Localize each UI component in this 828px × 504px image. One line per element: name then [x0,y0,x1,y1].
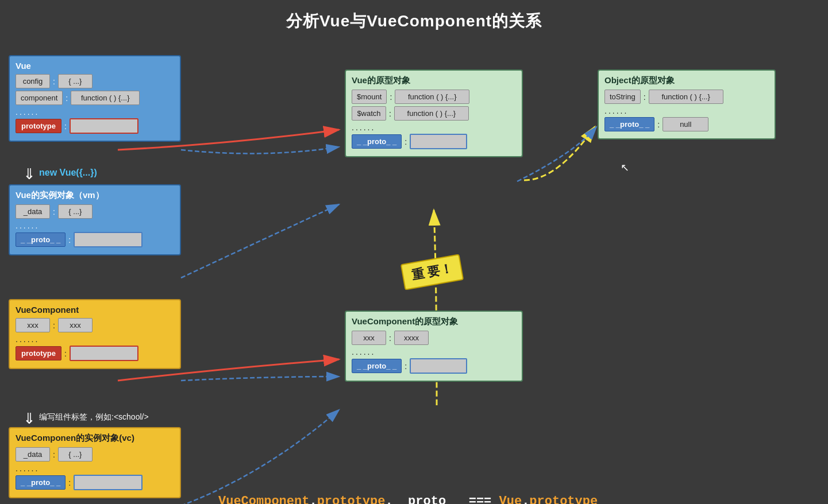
watch-value: function ( ) {...} [394,106,469,121]
vue-prototype-value [70,118,138,134]
formula-part1: VueComponent [218,494,309,504]
vue-prototype-label: prototype [16,119,61,133]
vuecomponent-instance-box: VueComponen的实例对象(vc) _data : { ...} ....… [9,427,181,498]
vue-config-label: config [16,74,50,88]
vue-box: Vue config : { ...} component : function… [9,55,181,142]
watch-label: $watch [352,106,386,121]
vue-dots: ...... [16,107,174,117]
vue-instance-data-value: { ...} [58,204,93,219]
new-vue-label: new Vue({...}) [39,168,97,178]
vuecomponent-proto-box: VueComponent的原型对象 xxx : xxxx ...... _ _p… [345,311,523,382]
cursor: ↖ [621,161,629,174]
vcp-xxx-label: xxx [352,331,386,345]
formula-space: === [461,494,499,504]
vue-instance-data-label: _data [16,204,50,219]
vue-proto-proto-label: _ _proto_ _ [352,134,402,149]
vcp-proto-label: _ _proto_ _ [352,359,402,373]
vuecomponent-box: VueComponent xxx : xxx ...... prototype … [9,299,181,369]
vci-data-label: _data [16,447,50,462]
vcp-dots: ...... [352,347,516,356]
mount-label: $mount [352,90,387,104]
vci-proto-value [74,475,143,490]
vue-proto-box: Vue的原型对象 $mount : function ( ) {...} $wa… [345,69,523,157]
object-proto-title: Object的原型对象 [604,75,769,86]
vue-instance-proto-label: _ _proto_ _ [16,232,66,247]
vcp-xxxx-value: xxxx [394,331,429,345]
vue-box-title: Vue [16,61,174,71]
vue-instance-proto-value [74,232,143,247]
tostring-label: toString [604,90,641,104]
vc-dots: ...... [16,335,174,344]
vc-prototype-label: prototype [16,346,61,360]
mount-value: function ( ) {...} [395,90,469,104]
object-proto-proto-label: _ _proto_ _ [604,117,654,131]
formula-dot3: . [522,494,529,504]
vc-prototype-value [70,346,138,361]
formula-part5: prototype [529,494,598,504]
down-arrow-vc: ⇓ [23,410,36,428]
vue-proto-dots: ...... [352,123,516,132]
vue-component-value: function ( ) {...} [71,91,140,105]
tostring-value: function ( ) {...} [649,90,723,104]
formula-dot2: . [385,494,392,504]
page-title: 分析Vue与VueComponent的关系 [0,0,828,38]
vci-title: VueComponen的实例对象(vc) [16,433,174,444]
vcp-title: VueComponent的原型对象 [352,316,516,327]
vuecomponent-title: VueComponent [16,305,174,315]
vcp-proto-value [410,358,467,374]
vci-data-value: { ...} [58,447,93,462]
vci-dots: ...... [16,464,174,473]
object-proto-null-value: null [663,117,708,131]
vue-instance-title: Vue的实例对象（vm） [16,190,174,201]
formula: VueComponent.prototype.__proto__ === Vue… [218,494,598,504]
important-badge: 重 要！ [400,254,464,290]
object-proto-box: Object的原型对象 toString : function ( ) {...… [598,69,776,139]
write-component-label: 编写组件标签，例如:<school/> [39,412,149,422]
vci-proto-label: _ _proto_ _ [16,475,66,490]
down-arrow-vue: ⇓ [23,165,36,183]
object-proto-dots: ...... [604,106,769,115]
vc-xxx-value: xxx [58,318,93,332]
vue-instance-box: Vue的实例对象（vm） _data : { ...} ...... _ _pr… [9,184,181,255]
vc-xxx-label: xxx [16,318,50,332]
formula-dot1: . [309,494,317,504]
vue-proto-title: Vue的原型对象 [352,75,516,86]
formula-part3: __proto__ [393,494,461,504]
formula-part2: prototype [317,494,386,504]
vue-proto-proto-value [410,134,467,149]
vue-config-value: { ...} [58,74,93,88]
vue-instance-dots: ...... [16,221,174,230]
vue-component-label: component [16,91,63,105]
formula-part4: Vue [499,494,522,504]
